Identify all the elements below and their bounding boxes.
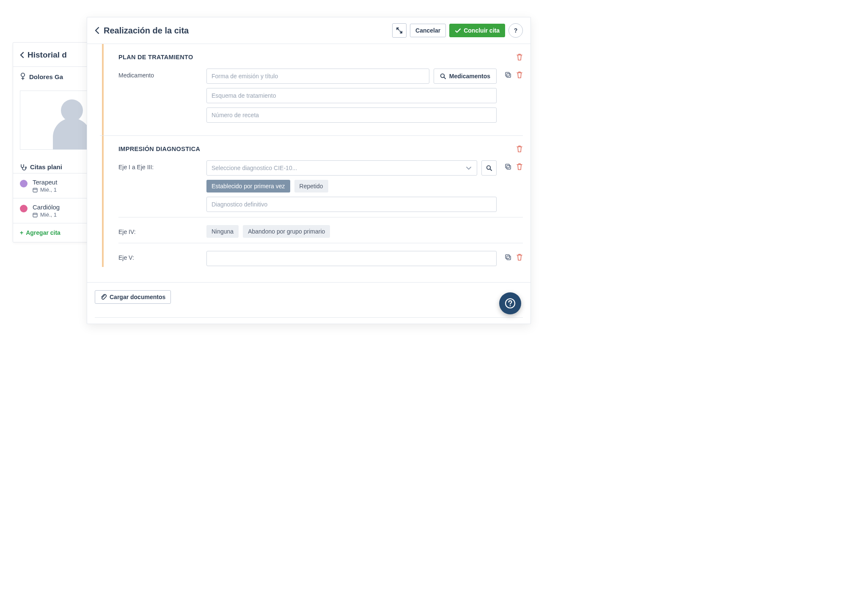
history-title: Historial d: [27, 50, 67, 60]
appointments-title: Citas plani: [30, 163, 62, 170]
appointment-dot-icon: [20, 205, 27, 212]
plus-icon: +: [20, 229, 23, 236]
avatar-placeholder-icon: [53, 118, 91, 150]
expand-icon: [396, 27, 403, 34]
search-icon: [440, 73, 446, 79]
svg-line-13: [490, 169, 492, 170]
appointment-modal: Realización de la cita Cancelar Concluir…: [87, 17, 531, 324]
medication-label: Medicamento: [118, 69, 199, 79]
svg-rect-16: [506, 255, 509, 258]
svg-rect-17: [507, 256, 511, 260]
header-help-button[interactable]: ?: [508, 23, 523, 38]
medications-lookup-button[interactable]: Medicamentos: [434, 69, 497, 84]
modal-body: PLAN DE TRATAMIENTO Medicamento Medicame…: [87, 44, 530, 279]
svg-rect-6: [33, 213, 37, 217]
svg-rect-11: [507, 74, 511, 77]
appointment-title: Terapeut: [33, 179, 57, 186]
svg-rect-10: [506, 72, 509, 76]
svg-point-0: [21, 73, 25, 77]
modal-title-row[interactable]: Realización de la cita: [95, 26, 189, 36]
svg-rect-4: [33, 188, 37, 192]
paperclip-icon: [100, 294, 107, 300]
floating-help-button[interactable]: [499, 292, 521, 314]
add-appointment-label: Agregar cita: [26, 229, 60, 236]
calendar-icon: [33, 187, 38, 192]
conclude-label: Concluir cita: [464, 27, 500, 34]
eje5-label: Eje V:: [118, 251, 199, 261]
question-icon: [505, 298, 516, 309]
cie10-select[interactable]: [206, 160, 477, 176]
svg-point-19: [510, 305, 511, 306]
modal-header: Realización de la cita Cancelar Concluir…: [87, 17, 530, 44]
svg-rect-14: [506, 164, 509, 168]
treatment-scheme-input[interactable]: [206, 88, 497, 103]
appointment-meta: Mié., 1: [40, 187, 57, 193]
appointment-dot-icon: [20, 180, 27, 187]
cie10-search-button[interactable]: [481, 160, 497, 176]
eje4-label: Eje IV:: [118, 225, 199, 235]
eje4-abandon-pill[interactable]: Abandono por grupo primario: [243, 225, 330, 238]
treatment-heading: PLAN DE TRATAMIENTO: [118, 54, 193, 60]
treatment-section: PLAN DE TRATAMIENTO Medicamento Medicame…: [100, 44, 523, 136]
definitive-diagnosis-input[interactable]: [206, 197, 497, 212]
repeated-pill[interactable]: Repetido: [294, 180, 328, 192]
svg-rect-15: [507, 165, 511, 169]
delete-row-button[interactable]: [516, 253, 523, 261]
cancel-button[interactable]: Cancelar: [410, 24, 446, 37]
rx-number-input[interactable]: [206, 107, 497, 123]
first-time-pill[interactable]: Establecido por primera vez: [206, 180, 290, 192]
eje13-label: Eje I a Eje III:: [118, 160, 199, 170]
delete-row-button[interactable]: [516, 163, 523, 170]
delete-row-button[interactable]: [516, 71, 523, 79]
check-icon: [455, 28, 461, 34]
appointment-title: Cardiólog: [33, 204, 60, 211]
delete-section-button[interactable]: [516, 145, 523, 153]
modal-footer: Cargar documentos: [87, 282, 530, 311]
chevron-down-icon: [465, 165, 472, 171]
delete-section-button[interactable]: [516, 53, 523, 61]
conclude-button[interactable]: Concluir cita: [449, 24, 505, 37]
duplicate-row-button[interactable]: [504, 163, 512, 170]
eje4-none-pill[interactable]: Ninguna: [206, 225, 239, 238]
chevron-left-icon: [20, 52, 24, 58]
stethoscope-icon: [20, 164, 27, 170]
upload-documents-button[interactable]: Cargar documentos: [95, 290, 171, 304]
modal-title: Realización de la cita: [104, 26, 189, 36]
expand-button[interactable]: [392, 23, 407, 38]
medication-title-input[interactable]: [206, 69, 429, 84]
chevron-left-icon: [95, 27, 99, 34]
svg-point-3: [25, 167, 26, 168]
eje5-input[interactable]: [206, 251, 497, 266]
question-icon: ?: [514, 27, 518, 34]
medications-lookup-label: Medicamentos: [449, 73, 490, 80]
female-icon: [20, 73, 26, 80]
duplicate-row-button[interactable]: [504, 71, 512, 79]
svg-line-9: [444, 77, 445, 79]
diagnosis-section: IMPRESIÓN DIAGNOSTICA Eje I a Eje III:: [100, 136, 523, 279]
appointment-meta: Mié., 1: [40, 212, 57, 218]
modal-actions: Cancelar Concluir cita ?: [392, 23, 523, 38]
patient-name: Dolores Ga: [29, 73, 63, 80]
cancel-label: Cancelar: [415, 27, 440, 34]
upload-documents-label: Cargar documentos: [110, 294, 165, 300]
duplicate-row-button[interactable]: [504, 253, 512, 261]
calendar-icon: [33, 212, 38, 217]
search-icon: [486, 165, 492, 171]
diagnosis-heading: IMPRESIÓN DIAGNOSTICA: [118, 146, 200, 152]
